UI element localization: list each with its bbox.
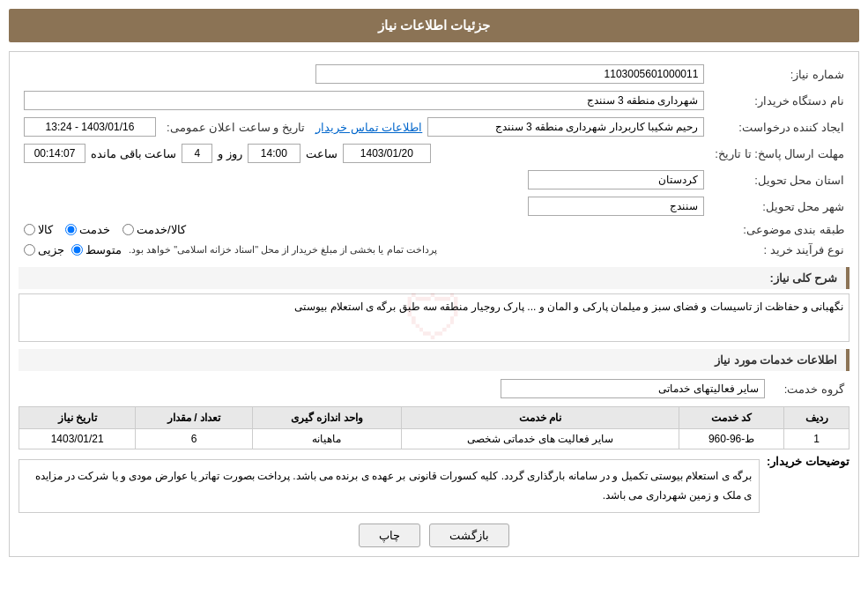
deadline-time-input[interactable] <box>248 144 300 163</box>
contact-link[interactable]: اطلاعات تماس خریدار <box>315 121 422 134</box>
services-title-text: اطلاعات خدمات مورد نیاز <box>715 353 837 367</box>
category-radio1-input[interactable] <box>24 224 35 235</box>
cell-unit: ماهیانه <box>252 429 401 449</box>
col-header-code: کد خدمت <box>679 407 783 429</box>
back-button[interactable]: بازگشت <box>429 524 509 547</box>
col-header-row: ردیف <box>784 407 849 429</box>
deadline-days-input[interactable] <box>182 144 212 163</box>
process-radio-note: پرداخت تمام یا بخشی از مبلغ خریدار از مح… <box>129 244 437 256</box>
info-table: شماره نیاز: نام دستگاه خریدار: ایجاد کنن… <box>19 61 849 260</box>
category-radio3-input[interactable] <box>122 224 134 235</box>
header-title: جزئیات اطلاعات نیاز <box>378 18 490 33</box>
creator-label: ایجاد کننده درخواست: <box>709 114 849 140</box>
category-radio-goods-service[interactable]: کالا/خدمت <box>122 223 186 236</box>
services-group-table: گروه خدمت: <box>19 375 849 402</box>
category-radio2-label: خدمت <box>79 223 110 236</box>
page-header: جزئیات اطلاعات نیاز <box>9 9 859 42</box>
buyer-note-box: برگه ی استعلام بیوستی تکمیل و در سامانه … <box>19 459 760 513</box>
table-row: 1 ط-96-960 سایر فعالیت های خدماتی شخصی م… <box>19 429 849 449</box>
deadline-time-label: ساعت <box>306 147 338 160</box>
process-radio2-input[interactable] <box>71 244 83 256</box>
category-label: طبقه بندی موضوعی: <box>709 219 849 240</box>
date-label: تاریخ و ساعت اعلان عمومی: <box>161 114 310 140</box>
col-header-unit: واحد اندازه گیری <box>252 407 401 429</box>
city-label: شهر محل تحویل: <box>709 193 849 219</box>
cell-date: 1403/01/21 <box>19 429 136 449</box>
need-description-text: نگهبانی و حفاظت از تاسیسات و فضای سبز و … <box>294 301 843 313</box>
process-radio-medium[interactable]: متوسط <box>71 243 122 256</box>
category-radio1-label: کالا <box>38 223 53 236</box>
process-radio2-label: متوسط <box>85 243 122 256</box>
deadline-remaining-input[interactable] <box>24 144 85 163</box>
col-header-name: نام خدمت <box>402 407 679 429</box>
city-input[interactable] <box>528 197 704 216</box>
col-header-qty: تعداد / مقدار <box>136 407 252 429</box>
province-label: استان محل تحویل: <box>709 167 849 193</box>
category-radio-goods[interactable]: کالا <box>24 223 53 236</box>
cell-row: 1 <box>784 429 849 449</box>
buyer-desc-label: توضیحات خریدار: <box>767 455 849 468</box>
creator-input[interactable] <box>427 117 704 137</box>
button-row: بازگشت چاپ <box>19 524 849 547</box>
deadline-date-input[interactable] <box>343 144 431 163</box>
date-input[interactable] <box>24 117 156 137</box>
category-radio-service[interactable]: خدمت <box>65 223 110 236</box>
cell-code: ط-96-960 <box>679 429 783 449</box>
group-input[interactable] <box>501 379 765 398</box>
process-radio1-input[interactable] <box>24 244 35 256</box>
need-number-input[interactable] <box>315 64 704 84</box>
services-section-title: اطلاعات خدمات مورد نیاز <box>19 349 849 371</box>
cell-name: سایر فعالیت های خدماتی شخصی <box>402 429 679 449</box>
deadline-day-label: روز و <box>218 147 242 160</box>
main-content: شماره نیاز: نام دستگاه خریدار: ایجاد کنن… <box>9 51 859 557</box>
need-number-label: شماره نیاز: <box>709 61 849 87</box>
process-radio1-label: جزیی <box>38 243 64 256</box>
agency-input[interactable] <box>24 91 704 110</box>
need-description-box: 🛡 نگهبانی و حفاظت از تاسیسات و فضای سبز … <box>19 293 849 342</box>
buyer-note-text: برگه ی استعلام بیوستی تکمیل و در سامانه … <box>35 470 752 501</box>
process-label: نوع فرآیند خرید : <box>709 240 849 260</box>
agency-label: نام دستگاه خریدار: <box>709 87 849 114</box>
category-radio3-label: کالا/خدمت <box>137 223 186 236</box>
category-radio2-input[interactable] <box>65 224 77 235</box>
province-input[interactable] <box>528 170 704 189</box>
print-button[interactable]: چاپ <box>359 524 420 547</box>
cell-qty: 6 <box>136 429 252 449</box>
process-radio-small[interactable]: جزیی <box>24 243 64 256</box>
services-table: ردیف کد خدمت نام خدمت واحد اندازه گیری ت… <box>19 406 849 449</box>
need-description-title-text: شرح کلی نیاز: <box>769 271 837 285</box>
deadline-label: مهلت ارسال پاسخ: تا تاریخ: <box>709 140 849 167</box>
buyer-desc-area: توضیحات خریدار: برگه ی استعلام بیوستی تک… <box>19 455 849 513</box>
need-description-section-title: شرح کلی نیاز: <box>19 267 849 289</box>
col-header-date: تاریخ نیاز <box>19 407 136 429</box>
process-radio3-label: پرداخت تمام یا بخشی از مبلغ خریدار از مح… <box>129 244 437 256</box>
deadline-remaining-label: ساعت باقی مانده <box>91 147 176 160</box>
group-label: گروه خدمت: <box>770 375 849 402</box>
